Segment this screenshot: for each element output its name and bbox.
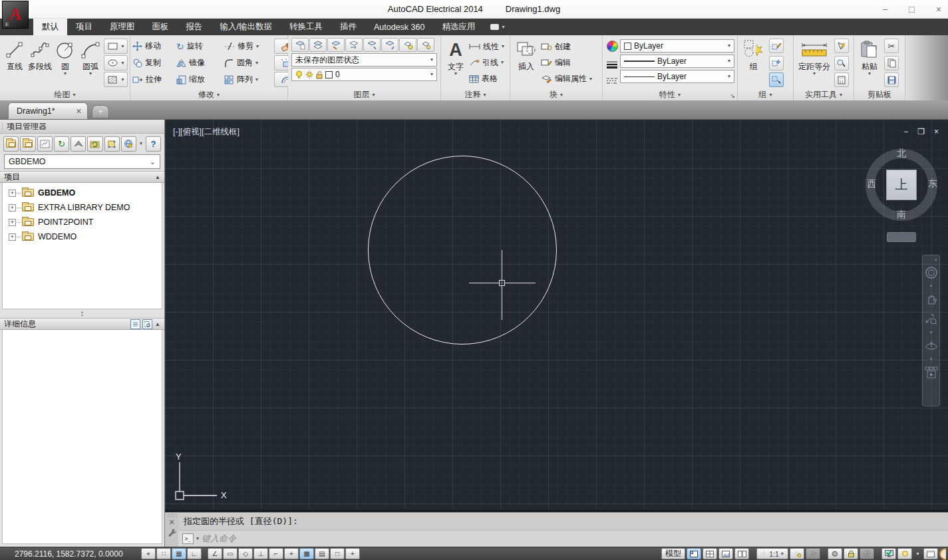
help-button[interactable]: ? — [146, 136, 161, 152]
new-project-button[interactable] — [20, 136, 35, 152]
fillet-tool[interactable]: 圆角 ▾ — [224, 57, 273, 69]
trim-tool[interactable]: 修剪 ▾ — [224, 41, 273, 52]
chevron-down-icon[interactable]: ▾ — [502, 44, 504, 49]
chevron-down-icon[interactable]: ▾ — [868, 71, 871, 76]
linetype-icon[interactable] — [606, 77, 618, 84]
quick-view-pair-button[interactable] — [734, 548, 749, 559]
details-list-icon[interactable] — [130, 319, 140, 329]
document-tab[interactable]: Drawing1* ✕ — [8, 102, 88, 119]
select-similar-tool[interactable] — [834, 56, 849, 70]
layer-unisolate-button[interactable] — [345, 38, 363, 52]
model-space-toggle[interactable] — [687, 548, 701, 559]
viewcube-south[interactable]: 南 — [897, 209, 906, 221]
performance-monitor-button[interactable] — [881, 548, 896, 559]
selection-cycling-toggle[interactable]: + — [345, 548, 360, 559]
save-block-tool[interactable] — [884, 72, 899, 87]
arc-tool[interactable]: 圆弧 ▾ — [78, 37, 103, 89]
hardware-acceleration-button[interactable] — [897, 548, 912, 559]
close-button[interactable]: × — [936, 4, 941, 15]
snap-mode-toggle[interactable]: ∷ — [156, 548, 171, 559]
chevron-down-icon[interactable]: ▾ — [501, 60, 504, 65]
leader-tool[interactable]: 引线 ▾ — [469, 55, 504, 70]
navigation-wheel-button[interactable] — [925, 263, 938, 283]
collapse-icon[interactable]: ▲ — [155, 321, 160, 327]
layer-state-dropdown[interactable]: 未保存的图层状态 ▾ — [291, 53, 437, 67]
layer-dropdown[interactable]: 0 ▾ — [291, 68, 437, 81]
tab-schematic[interactable]: 原理图 — [101, 19, 144, 35]
navbar-close-icon[interactable]: × — [934, 257, 937, 263]
panel-label-properties[interactable]: 特性 ▾ ↘ — [603, 89, 737, 100]
group-selection-toggle[interactable] — [769, 72, 784, 87]
circle-tool[interactable]: 圆 ▾ — [53, 37, 78, 89]
quick-properties-toggle[interactable]: □ — [330, 548, 345, 559]
lineweight-icon[interactable] — [606, 61, 618, 69]
object-snap-toggle[interactable]: ▭ — [223, 548, 237, 559]
wcs-dropdown[interactable]: WCS ▾ — [887, 232, 916, 242]
tree-item-gbdemo[interactable]: + GBDEMO — [3, 186, 162, 200]
panel-label-clipboard[interactable]: 剪贴板 — [854, 89, 905, 100]
ortho-mode-toggle[interactable]: ∟ — [187, 548, 202, 559]
hatch-tool[interactable]: ▾ — [104, 72, 128, 87]
command-input-row[interactable]: >_ ▾ 键入命令 — [178, 530, 948, 547]
refresh-folder-button[interactable] — [87, 136, 102, 152]
expand-icon[interactable]: + — [9, 219, 16, 226]
auto-annotation-scale-toggle[interactable] — [806, 548, 820, 559]
command-close-icon[interactable]: ✕ — [168, 519, 174, 526]
details-section-header[interactable]: 详细信息 ▲ — [0, 318, 164, 330]
dynamic-ucs-toggle[interactable]: ⌐ — [269, 548, 283, 559]
tree-item-extra-library-demo[interactable]: + EXTRA LIBRARY DEMO — [3, 200, 162, 215]
panel-label-utilities[interactable]: 实用工具 ▾ — [794, 89, 854, 100]
tree-item-point2point[interactable]: + POINT2POINT — [3, 215, 162, 229]
tab-autodesk-360[interactable]: Autodesk 360 — [365, 19, 433, 35]
chevron-down-icon[interactable]: ▾ — [121, 44, 124, 49]
chevron-down-icon[interactable]: ▾ — [255, 77, 258, 82]
expand-icon[interactable]: + — [9, 190, 16, 197]
tab-featured-apps[interactable]: 精选应用 — [433, 19, 484, 35]
status-overflow-button[interactable]: ▾ — [913, 548, 922, 559]
edit-attributes-tool[interactable]: 编辑属性 ▾ — [541, 71, 592, 87]
palette-splitter[interactable]: ▲▼ — [0, 309, 164, 318]
panel-label-modify[interactable]: 修改 ▾ — [130, 89, 287, 100]
viewcube-west[interactable]: 西 — [867, 178, 876, 190]
layer-match-button[interactable] — [399, 38, 416, 52]
drawing-list-button[interactable] — [37, 136, 53, 152]
copy-tool[interactable]: 复制 — [132, 57, 176, 69]
array-tool[interactable]: 阵列 ▾ — [224, 74, 273, 85]
expand-icon[interactable]: + — [9, 204, 16, 211]
copy-clip-tool[interactable] — [884, 56, 899, 70]
wrench-icon[interactable] — [168, 528, 176, 537]
project-manager-titlebar[interactable]: 项目管理器 — [0, 120, 164, 134]
drawing-close-button[interactable]: × — [934, 127, 939, 136]
showmotion-button[interactable] — [925, 362, 938, 382]
viewcube-north[interactable]: 北 — [897, 148, 906, 160]
quick-view-layouts-button[interactable] — [703, 548, 717, 559]
edit-block-tool[interactable]: 编辑 — [541, 55, 592, 70]
dynamic-input-toggle[interactable]: + — [284, 548, 299, 559]
panel-label-draw[interactable]: 绘图 ▾ — [0, 89, 130, 100]
refresh-button[interactable]: ↻ — [54, 136, 69, 152]
layer-off-button[interactable] — [417, 38, 434, 52]
pan-button[interactable] — [925, 289, 937, 309]
group-edit-tool[interactable] — [769, 56, 784, 70]
viewcube-east[interactable]: 东 — [928, 178, 937, 190]
cut-tool[interactable]: ✂ — [884, 39, 899, 53]
details-preview-icon[interactable] — [142, 319, 152, 329]
linetype-dropdown[interactable]: ByLayer ▾ — [620, 70, 734, 83]
insert-block-tool[interactable]: 插入 — [512, 37, 540, 89]
open-project-button[interactable] — [3, 136, 19, 152]
tab-default[interactable]: 默认 — [33, 19, 67, 35]
object-color-dropdown[interactable]: ByLayer ▾ — [620, 39, 734, 53]
workspace-switching-button[interactable]: ⚙ — [828, 548, 842, 559]
command-drag-handle[interactable] — [167, 513, 176, 517]
panel-label-annotate[interactable]: 注释 ▾ — [441, 89, 510, 100]
expand-icon[interactable]: + — [9, 233, 16, 241]
line-tool[interactable]: 直线 — [2, 37, 27, 89]
layer-freeze-button[interactable] — [363, 38, 381, 52]
mirror-tool[interactable]: 镜像 — [176, 57, 224, 69]
viewport-controls-label[interactable]: [-][俯视][二维线框] — [173, 126, 239, 138]
chevron-down-icon[interactable]: ▾ — [121, 77, 124, 82]
tab-project[interactable]: 项目 — [67, 19, 101, 35]
tree-item-wddemo[interactable]: + WDDEMO — [3, 229, 162, 244]
collapse-icon[interactable]: ▲ — [155, 174, 160, 180]
polar-tracking-toggle[interactable]: ∠ — [208, 548, 222, 559]
